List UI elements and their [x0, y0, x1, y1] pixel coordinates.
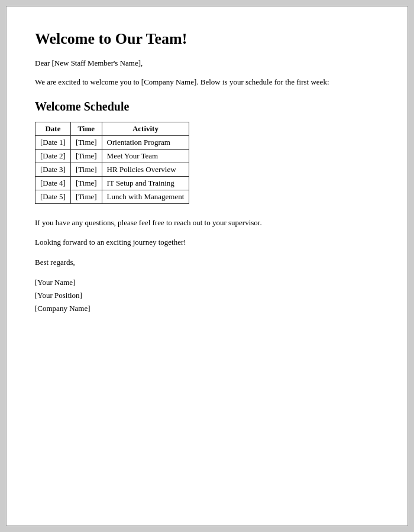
table-cell-2-2: HR Policies Overview — [102, 163, 189, 176]
main-title: Welcome to Our Team! — [35, 30, 379, 48]
signature-company: [Company Name] — [35, 302, 379, 315]
table-cell-4-0: [Date 5] — [35, 190, 71, 203]
table-row: [Date 1][Time]Orientation Program — [35, 135, 189, 149]
table-cell-1-1: [Time] — [70, 149, 102, 163]
schedule-section-title: Welcome Schedule — [35, 100, 379, 113]
table-cell-0-1: [Time] — [70, 135, 102, 149]
table-row: [Date 4][Time]IT Setup and Training — [35, 176, 189, 190]
table-cell-2-0: [Date 3] — [35, 163, 71, 176]
table-cell-3-2: IT Setup and Training — [102, 176, 189, 190]
signature-block: [Your Name] [Your Position] [Company Nam… — [35, 276, 379, 315]
table-header-row: Date Time Activity — [35, 122, 189, 135]
col-header-activity: Activity — [102, 122, 189, 135]
closing-regards: Best regards, — [35, 257, 379, 268]
table-row: [Date 5][Time]Lunch with Management — [35, 190, 189, 203]
table-cell-1-2: Meet Your Team — [102, 149, 189, 163]
table-cell-2-1: [Time] — [70, 163, 102, 176]
table-cell-0-2: Orientation Program — [102, 135, 189, 149]
col-header-date: Date — [35, 122, 71, 135]
salutation: Dear [New Staff Member's Name], — [35, 59, 379, 68]
table-row: [Date 2][Time]Meet Your Team — [35, 149, 189, 163]
closing-text-1: If you have any questions, please feel f… — [35, 217, 379, 229]
signature-position: [Your Position] — [35, 289, 379, 302]
table-cell-3-0: [Date 4] — [35, 176, 71, 190]
table-cell-0-0: [Date 1] — [35, 135, 71, 149]
intro-text: We are excited to welcome you to [Compan… — [35, 76, 379, 88]
signature-name: [Your Name] — [35, 276, 379, 289]
col-header-time: Time — [70, 122, 102, 135]
table-row: [Date 3][Time]HR Policies Overview — [35, 163, 189, 176]
document-page: Welcome to Our Team! Dear [New Staff Mem… — [6, 6, 408, 526]
table-cell-4-1: [Time] — [70, 190, 102, 203]
table-cell-4-2: Lunch with Management — [102, 190, 189, 203]
table-cell-1-0: [Date 2] — [35, 149, 71, 163]
table-cell-3-1: [Time] — [70, 176, 102, 190]
schedule-table: Date Time Activity [Date 1][Time]Orienta… — [35, 122, 189, 204]
closing-text-2: Looking forward to an exciting journey t… — [35, 236, 379, 248]
